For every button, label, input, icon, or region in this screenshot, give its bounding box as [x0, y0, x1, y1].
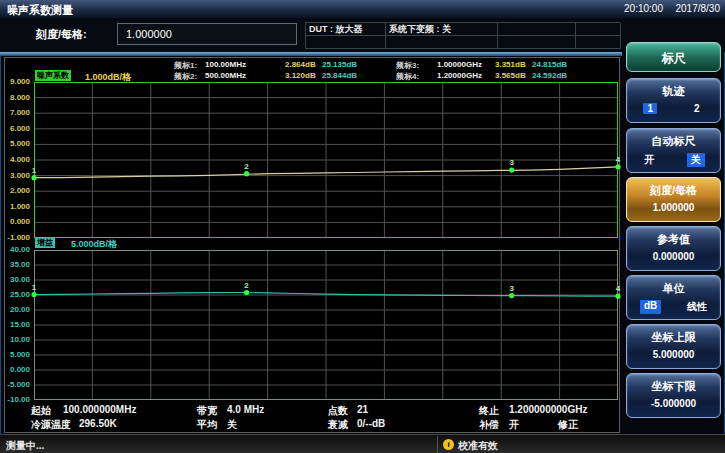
calibration-valid-text: 校准有效 — [458, 439, 498, 453]
stop-freq-label: 终止 — [479, 404, 499, 418]
marker1-label: 频标1: — [174, 60, 197, 71]
svg-text:1: 1 — [32, 166, 37, 175]
axis-lower-limit-button[interactable]: 坐标下限 -5.000000 — [626, 373, 721, 418]
trace-button[interactable]: 轨迹 1 2 — [626, 78, 721, 123]
auto-scale-label: 自动标尺 — [627, 134, 720, 149]
unit-button-label: 单位 — [627, 281, 720, 296]
noise-figure-trace-badge: 噪声系数 — [35, 70, 71, 81]
compensation-value: 开 — [509, 418, 519, 432]
instrument-screen: 噪声系数测量 20:10:00 2017/8/30 刻度/每格: 1.00000… — [0, 0, 725, 453]
trace-option-2[interactable]: 2 — [690, 103, 704, 114]
marker2-nf-value: 3.120dB — [285, 71, 316, 80]
empty-cell — [576, 36, 621, 49]
bandwidth-label: 带宽 — [197, 404, 217, 418]
unit-db-option[interactable]: dB — [640, 300, 661, 314]
y-axis-tick-label: -10.00 — [7, 396, 30, 404]
empty-cell — [306, 36, 386, 49]
marker2-label: 频标2: — [174, 71, 197, 82]
svg-text:4: 4 — [616, 284, 621, 293]
unit-button[interactable]: 单位 dB 线性 — [626, 275, 721, 320]
empty-cell — [498, 23, 576, 36]
axis-upper-limit-value: 5.000000 — [627, 349, 720, 360]
marker1-freq: 100.00MHz — [205, 60, 246, 69]
status-bar-divider — [437, 436, 438, 453]
clock-date: 2017/8/30 — [676, 3, 721, 14]
svg-text:4: 4 — [616, 155, 621, 164]
svg-text:2: 2 — [244, 281, 249, 290]
header-strip: 刻度/每格: 1.000000 DUT : 放大器 系统下变频 : 关 — [0, 18, 725, 52]
svg-text:1: 1 — [32, 283, 37, 292]
average-value: 关 — [227, 418, 237, 432]
marker4-nf-value: 3.565dB — [495, 71, 526, 80]
marker2-freq: 500.00MHz — [205, 71, 246, 80]
status-bar: 测量中... i 校准有效 — [0, 434, 725, 453]
y-axis-tick-label: 25.00 — [10, 291, 30, 299]
trace-button-label: 轨迹 — [627, 84, 720, 99]
auto-scale-on-option[interactable]: 开 — [642, 153, 656, 167]
average-label: 平均 — [197, 418, 217, 432]
attenuation-label: 衰减 — [328, 418, 348, 432]
scale-per-div-label: 刻度/每格: — [36, 27, 87, 42]
scale-per-div-button-value: 1.000000 — [627, 202, 720, 213]
marker3-nf-value: 3.351dB — [495, 60, 526, 69]
marker4-gain-value: 24.592dB — [532, 71, 567, 80]
marker3-label: 频标3: — [396, 60, 419, 71]
cold-temp-value: 296.50K — [79, 418, 117, 429]
marker1-gain-value: 25.135dB — [322, 60, 357, 69]
attenuation-value: 0/--dB — [357, 418, 385, 429]
compensation-label: 补偿 — [479, 418, 499, 432]
y-axis-tick-label: 0.000 — [10, 366, 30, 374]
correction-indicator: 修正 — [558, 418, 578, 432]
svg-text:3: 3 — [509, 158, 514, 167]
axis-lower-limit-value: -5.000000 — [627, 398, 720, 409]
empty-cell — [498, 36, 576, 49]
y-axis-tick-label: 20.00 — [10, 306, 30, 314]
marker1-nf-value: 2.864dB — [285, 60, 316, 69]
scale-per-div-input[interactable]: 1.000000 — [117, 23, 297, 45]
reference-value-label: 参考值 — [627, 232, 720, 247]
menu-title-label: 标尺 — [627, 50, 720, 67]
auto-scale-button[interactable]: 自动标尺 开 关 — [626, 128, 721, 173]
y-axis-tick-label: -5.000 — [7, 381, 30, 389]
empty-cell — [386, 36, 498, 49]
empty-cell — [576, 23, 621, 36]
start-freq-value: 100.000000MHz — [63, 404, 136, 415]
axis-upper-limit-label: 坐标上限 — [627, 330, 720, 345]
header-divider — [0, 52, 622, 56]
unit-linear-option[interactable]: 线性 — [687, 300, 707, 314]
scale-per-div-button-label: 刻度/每格 — [627, 183, 720, 198]
svg-text:2: 2 — [244, 162, 249, 171]
noise-figure-plot: 1234 — [33, 82, 619, 238]
y-axis-tick-label: 35.00 — [10, 261, 30, 269]
info-icon: i — [443, 439, 454, 450]
bandwidth-value: 4.0 MHz — [227, 404, 264, 415]
stop-freq-value: 1.200000000GHz — [509, 404, 587, 415]
reference-value-button[interactable]: 参考值 0.000000 — [626, 226, 721, 271]
y-axis-tick-label: 15.00 — [10, 321, 30, 329]
downconverter-cell: 系统下变频 : 关 — [386, 23, 498, 36]
clock-time: 20:10:00 — [624, 3, 663, 14]
y-axis-tick-label: 5.000 — [10, 351, 30, 359]
scale-per-div-button[interactable]: 刻度/每格 1.000000 — [626, 177, 721, 222]
menu-title-button-scale[interactable]: 标尺 — [626, 42, 721, 72]
app-title: 噪声系数测量 — [7, 3, 73, 18]
marker2-gain-value: 25.844dB — [322, 71, 357, 80]
y-axis-tick-label: 40.00 — [10, 246, 30, 254]
marker3-freq: 1.00000GHz — [437, 60, 482, 69]
main-display: 频标1: 100.00MHz 2.864dB 25.135dB 频标3: 1.0… — [4, 57, 620, 433]
auto-scale-off-option[interactable]: 关 — [687, 153, 705, 167]
cold-temp-label: 冷源温度 — [31, 418, 71, 432]
measurement-config-table: DUT : 放大器 系统下变频 : 关 — [305, 22, 620, 49]
start-freq-label: 起始 — [31, 404, 51, 418]
marker3-gain-value: 24.815dB — [532, 60, 567, 69]
dut-cell: DUT : 放大器 — [306, 23, 386, 36]
axis-upper-limit-button[interactable]: 坐标上限 5.000000 — [626, 324, 721, 369]
marker4-freq: 1.20000GHz — [437, 71, 482, 80]
gain-trace-badge: 增益 — [35, 237, 55, 248]
points-label: 点数 — [328, 404, 348, 418]
trace-option-1[interactable]: 1 — [643, 103, 657, 114]
gain-y-axis: 40.0035.0030.0025.0020.0015.0010.005.000… — [5, 58, 31, 432]
marker4-label: 频标4: — [396, 71, 419, 82]
title-bar: 噪声系数测量 20:10:00 2017/8/30 — [0, 0, 725, 18]
gain-plot: 1234 — [33, 250, 619, 400]
